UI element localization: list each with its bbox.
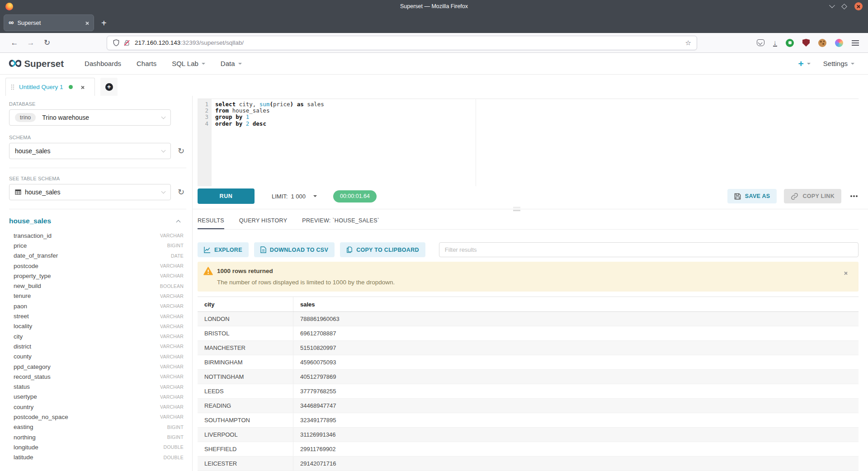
schema-column-row: cityVARCHAR — [9, 331, 186, 341]
schema-column-row: streetVARCHAR — [9, 311, 186, 321]
schema-column-row: postcode_no_spaceVARCHAR — [9, 412, 186, 422]
copy-link-button[interactable]: COPY LINK — [784, 189, 841, 203]
cell-city: BRISTOL — [198, 326, 293, 340]
bookmark-star-icon[interactable]: ☆ — [685, 39, 691, 47]
column-name: tenure — [14, 292, 31, 299]
table-row: BIRMINGHAM45960075093 — [198, 355, 859, 370]
save-as-button[interactable]: SAVE AS — [727, 189, 777, 203]
divider — [9, 168, 186, 168]
sql-code: select city, sum(price) as salesfrom hou… — [215, 101, 858, 127]
table-row: LEEDS37779768255 — [198, 384, 859, 399]
drag-handle-icon[interactable] — [11, 84, 14, 90]
pocket-icon[interactable] — [757, 39, 764, 46]
reload-icon[interactable]: ↻ — [39, 38, 55, 47]
column-name: usertype — [14, 393, 37, 400]
schema-column-row: priceBIGINT — [9, 240, 186, 250]
schema-select[interactable]: house_sales — [9, 143, 171, 159]
tab-query-history[interactable]: QUERY HISTORY — [239, 217, 287, 229]
table-row: LONDON788861960063 — [198, 312, 859, 326]
toolbar-extensions: ↓ — [757, 39, 862, 47]
run-button[interactable]: RUN — [198, 188, 255, 204]
editor-pane: 1234 select city, sum(price) as salesfro… — [193, 96, 868, 471]
navbar-right: + Settings — [798, 59, 860, 68]
database-engine-badge: trino — [15, 113, 36, 122]
downloads-icon[interactable]: ↓ — [773, 39, 778, 47]
query-tab-title: Untitled Query 1 — [19, 84, 63, 90]
query-tab-close-button[interactable] — [81, 83, 85, 91]
column-name: locality — [14, 323, 32, 330]
browser-tab[interactable]: ∞ Superset — [4, 14, 94, 31]
results-table-body: LONDON788861960063BRISTOL69612708887MANC… — [198, 312, 859, 471]
refresh-schema-icon[interactable]: ↻ — [178, 147, 184, 155]
copy-to-clipboard-button[interactable]: COPY TO CLIPBOARD — [340, 242, 425, 257]
cookie-extension-icon[interactable] — [818, 39, 826, 47]
window-minimize-icon[interactable] — [829, 2, 835, 8]
filter-results-input[interactable] — [439, 242, 859, 257]
download-csv-button[interactable]: DOWNLOAD TO CSV — [254, 242, 335, 257]
sql-editor[interactable]: 1234 select city, sum(price) as salesfro… — [198, 99, 859, 186]
table-schema-header[interactable]: house_sales — [9, 217, 186, 225]
column-header-city[interactable]: city — [198, 297, 293, 311]
chevron-up-icon — [176, 220, 181, 224]
extension-icon[interactable] — [786, 39, 794, 47]
splitter-grip-icon[interactable] — [513, 207, 520, 211]
table-row: SOUTHAMPTON32349177895 — [198, 413, 859, 428]
url-host: 217.160.120.143 — [135, 39, 180, 46]
cell-city: SHEFFIELD — [198, 442, 293, 456]
schema-column-row: paonVARCHAR — [9, 301, 186, 311]
cell-sales: 29911769902 — [293, 442, 859, 456]
plus-circle-icon: + — [105, 83, 113, 91]
superset-brand[interactable]: Superset — [24, 58, 64, 69]
colorways-icon[interactable] — [835, 39, 843, 47]
nav-item-dashboards[interactable]: Dashboards — [85, 60, 121, 67]
add-query-tab[interactable]: + — [100, 78, 118, 96]
nav-item-charts[interactable]: Charts — [137, 60, 156, 67]
add-new-button[interactable]: + — [798, 59, 811, 68]
tab-close-button[interactable] — [85, 19, 89, 27]
back-icon[interactable]: ← — [6, 38, 23, 47]
column-header-sales[interactable]: sales — [293, 297, 859, 311]
column-type: BIGINT — [167, 243, 184, 248]
window-maximize-icon[interactable] — [841, 4, 847, 9]
explore-button[interactable]: EXPLORE — [198, 242, 249, 257]
save-icon — [734, 193, 741, 200]
superset-logo[interactable]: ∞ — [8, 57, 21, 68]
alert-close-button[interactable] — [844, 269, 848, 277]
column-name: paon — [14, 303, 27, 310]
schema-column-row: longitudeDOUBLE — [9, 442, 186, 452]
refresh-table-icon[interactable]: ↻ — [178, 188, 184, 196]
chevron-down-icon — [161, 189, 166, 193]
hamburger-menu-icon[interactable] — [852, 40, 859, 46]
column-name: date_of_transfer — [14, 252, 58, 259]
url-bar[interactable]: 217.160.120.143 :32393/superset/sqllab/ … — [107, 36, 697, 50]
table-row: LIVERPOOL31126991346 — [198, 428, 859, 442]
ublock-icon[interactable] — [802, 39, 810, 47]
column-type: VARCHAR — [160, 364, 184, 369]
column-type: VARCHAR — [160, 384, 184, 390]
column-type: VARCHAR — [160, 344, 184, 349]
window-close-button[interactable] — [854, 2, 863, 10]
new-tab-button[interactable]: + — [101, 19, 107, 28]
forward-icon[interactable]: → — [23, 38, 39, 47]
column-type: BIGINT — [167, 434, 184, 440]
browser-tabstrip: ∞ Superset + — [0, 13, 868, 33]
schema-column-row: northingBIGINT — [9, 432, 186, 442]
database-select[interactable]: trino Trino warehouse — [9, 109, 171, 126]
screen: Superset — Mozilla Firefox ∞ Superset + … — [0, 0, 868, 471]
nav-item-sql-lab[interactable]: SQL Lab — [172, 60, 205, 67]
insecure-lock-icon[interactable] — [123, 39, 130, 47]
nav-item-data[interactable]: Data — [221, 60, 242, 67]
column-type: VARCHAR — [160, 374, 184, 379]
cell-sales: 31126991346 — [293, 428, 859, 442]
shield-icon[interactable] — [113, 39, 120, 47]
tab-preview-house-sales[interactable]: PREVIEW: `HOUSE_SALES` — [302, 217, 379, 229]
settings-menu[interactable]: Settings — [823, 60, 854, 67]
limit-dropdown[interactable]: LIMIT: 1 000 — [272, 193, 317, 200]
table-select[interactable]: house_sales — [9, 184, 171, 200]
query-tab-active[interactable]: Untitled Query 1 — [5, 78, 95, 96]
tab-results[interactable]: RESULTS — [198, 217, 224, 229]
warning-icon — [203, 267, 213, 275]
chevron-down-icon — [807, 63, 811, 65]
more-menu-icon[interactable] — [850, 195, 852, 197]
divider — [9, 209, 186, 209]
